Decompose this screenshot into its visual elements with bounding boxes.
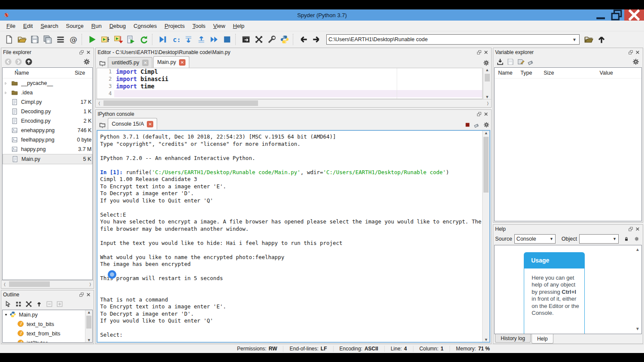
- outline-function-item[interactable]: fint2bytes: [3, 338, 92, 343]
- interrupt-icon[interactable]: [463, 120, 472, 130]
- forward-icon[interactable]: [310, 33, 323, 46]
- scroll-thumb[interactable]: [483, 137, 489, 193]
- debug-continue-icon[interactable]: [208, 33, 221, 46]
- close-icon[interactable]: [483, 111, 489, 118]
- expand-icon[interactable]: [3, 91, 9, 95]
- tab-history-log[interactable]: History log: [495, 334, 531, 343]
- new-file-icon[interactable]: [3, 33, 15, 46]
- open-file-icon[interactable]: [15, 33, 28, 46]
- close-button[interactable]: [624, 9, 644, 21]
- outline-vscrollbar[interactable]: ▲▼: [85, 310, 92, 342]
- table-row[interactable]: Main.py5 K: [3, 154, 92, 164]
- browse-tabs-icon[interactable]: [97, 119, 108, 130]
- console-vscrollbar[interactable]: ▲ ▼: [482, 131, 489, 342]
- editor-tab-untitled5-py[interactable]: untitled5.py✕: [108, 57, 152, 68]
- menu-debug[interactable]: Debug: [106, 22, 130, 30]
- save-icon[interactable]: [28, 33, 41, 46]
- ol-grid-icon[interactable]: [13, 299, 24, 309]
- menu-projects[interactable]: Projects: [161, 22, 188, 30]
- scroll-track[interactable]: [8, 281, 87, 288]
- gear-icon[interactable]: [631, 57, 641, 67]
- ol-collapse-icon[interactable]: [44, 299, 55, 309]
- expand-icon[interactable]: [3, 81, 9, 85]
- undock-icon[interactable]: [476, 111, 483, 118]
- python-path-icon[interactable]: [278, 33, 291, 46]
- scroll-thumb[interactable]: [86, 316, 91, 329]
- back-icon[interactable]: [297, 33, 310, 46]
- tab-close-icon[interactable]: ✕: [142, 60, 149, 66]
- scroll-down-icon[interactable]: ▼: [635, 326, 640, 331]
- ol-expand-x-icon[interactable]: [24, 299, 34, 309]
- menu-tools[interactable]: Tools: [188, 22, 209, 30]
- symbol-finder-icon[interactable]: @: [67, 33, 80, 46]
- scroll-up-icon[interactable]: ▲: [635, 247, 640, 252]
- ol-expand-icon[interactable]: [55, 299, 65, 309]
- gear-icon[interactable]: [482, 120, 491, 130]
- fullscreen-icon[interactable]: [252, 33, 265, 46]
- debug-step-icon[interactable]: c:: [169, 33, 182, 46]
- scroll-thumb[interactable]: [485, 74, 490, 81]
- scroll-track[interactable]: [103, 100, 484, 107]
- restore-button[interactable]: [609, 9, 624, 21]
- tab-close-icon[interactable]: ✕: [179, 59, 185, 66]
- menu-run[interactable]: Run: [88, 22, 106, 30]
- debug-stop-icon[interactable]: [221, 33, 234, 46]
- scroll-down-icon[interactable]: ▼: [485, 95, 489, 99]
- tab-help[interactable]: Help: [532, 334, 553, 344]
- save-as-icon[interactable]: [516, 57, 526, 67]
- scroll-up-icon[interactable]: ▲: [87, 310, 91, 314]
- debug-step-into-icon[interactable]: [182, 33, 195, 46]
- scroll-down-icon[interactable]: ▼: [87, 338, 91, 342]
- gear-icon[interactable]: [82, 57, 92, 67]
- fx-back-icon[interactable]: [3, 57, 13, 67]
- console-output-box[interactable]: Python 3.7.1 (default, Dec 10 2018, 22:5…: [97, 130, 490, 343]
- help-options-gear-icon[interactable]: [632, 235, 641, 243]
- table-row[interactable]: .idea: [3, 88, 92, 97]
- minimize-button[interactable]: [593, 9, 609, 21]
- debug-step-return-icon[interactable]: [195, 33, 208, 46]
- run-cell-icon[interactable]: [99, 33, 112, 46]
- help-content[interactable]: ▲ ▼ Usage Here you can get help of any o…: [494, 245, 642, 334]
- object-combo[interactable]: ▼: [579, 234, 619, 244]
- table-row[interactable]: __pycache__: [3, 78, 92, 88]
- eraser-icon[interactable]: [472, 120, 482, 130]
- undock-icon[interactable]: [476, 49, 483, 56]
- collapse-icon[interactable]: [3, 313, 9, 317]
- rerun-icon[interactable]: [137, 33, 150, 46]
- close-icon[interactable]: [85, 291, 92, 298]
- table-row[interactable]: enehappy.png746 K: [3, 126, 92, 135]
- outline-root-item[interactable]: Main.py: [3, 310, 92, 320]
- lock-icon[interactable]: [622, 235, 631, 243]
- scroll-thumb[interactable]: [9, 281, 50, 287]
- working-directory-combo[interactable]: C:\Users\EARTH1\Desktop\Runable code▼: [326, 34, 580, 45]
- column-header-value[interactable]: Value: [568, 70, 641, 76]
- column-header-size[interactable]: Size: [75, 70, 85, 76]
- close-icon[interactable]: [483, 49, 489, 56]
- close-icon[interactable]: [85, 49, 92, 56]
- scroll-up-icon[interactable]: ▲: [485, 68, 489, 72]
- undock-icon[interactable]: [78, 291, 85, 298]
- save-gray-icon[interactable]: [505, 57, 516, 67]
- close-icon[interactable]: [634, 226, 641, 232]
- maximize-pane-icon[interactable]: [240, 33, 252, 46]
- save-all-icon[interactable]: [41, 33, 54, 46]
- fx-forward-icon[interactable]: [13, 57, 24, 67]
- menu-consoles[interactable]: Consoles: [130, 22, 161, 30]
- column-header-name[interactable]: Name: [495, 70, 517, 76]
- column-header-type[interactable]: Type: [517, 70, 540, 76]
- column-header-name[interactable]: Name: [3, 70, 75, 76]
- table-row[interactable]: happy.png3.7 M: [3, 145, 92, 154]
- source-combo[interactable]: Console ▼: [514, 234, 556, 244]
- code-area[interactable]: 1234 import Cimplimport binasciiimport t…: [97, 68, 483, 99]
- eraser-icon[interactable]: [526, 57, 536, 67]
- run-icon[interactable]: [86, 33, 99, 46]
- run-selection-icon[interactable]: [125, 33, 137, 46]
- preferences-icon[interactable]: [265, 33, 278, 46]
- undock-icon[interactable]: [78, 49, 85, 56]
- title-bar[interactable]: Spyder (Python 3.7): [0, 9, 644, 21]
- scroll-thumb[interactable]: [103, 100, 258, 106]
- menu-file[interactable]: File: [3, 22, 19, 30]
- file-switcher-icon[interactable]: [54, 33, 67, 46]
- console-tab[interactable]: Console 15/A✕: [108, 118, 157, 130]
- editor-vscrollbar[interactable]: ▲ ▼: [483, 68, 491, 99]
